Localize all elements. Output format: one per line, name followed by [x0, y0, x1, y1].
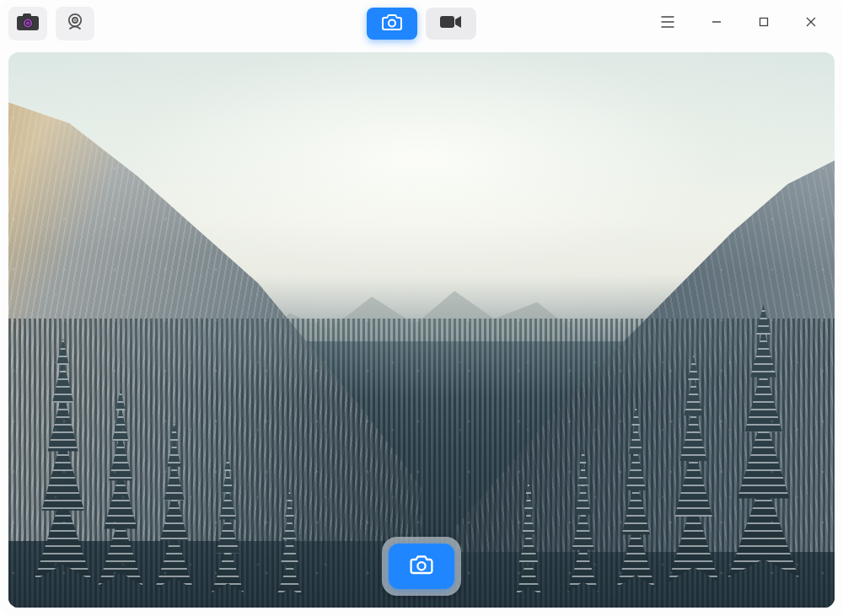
title-bar-right	[649, 7, 835, 40]
close-button[interactable]	[787, 7, 835, 40]
svg-point-17	[417, 562, 425, 570]
camera-icon	[382, 13, 402, 34]
maximize-button[interactable]	[740, 7, 787, 40]
video-icon	[439, 14, 463, 33]
menu-button[interactable]	[649, 7, 686, 40]
svg-point-8	[389, 20, 395, 27]
title-bar	[0, 0, 843, 47]
webcam-icon	[65, 12, 85, 35]
switch-camera-button[interactable]	[56, 7, 94, 40]
svg-point-4	[26, 21, 30, 24]
svg-rect-9	[440, 16, 454, 28]
minimize-icon	[711, 16, 722, 31]
camera-app-window	[0, 0, 843, 616]
mode-switch	[367, 8, 476, 40]
svg-rect-14	[760, 19, 768, 26]
shutter-container	[382, 537, 461, 596]
camera-app-icon	[16, 13, 40, 35]
minimize-button[interactable]	[693, 7, 740, 40]
camera-icon	[410, 554, 433, 578]
close-icon	[805, 16, 817, 31]
hamburger-icon	[661, 16, 674, 31]
svg-point-7	[74, 19, 76, 21]
maximize-icon	[758, 16, 770, 31]
camera-viewfinder[interactable]	[8, 52, 835, 608]
svg-rect-1	[23, 13, 31, 18]
video-mode-button[interactable]	[426, 8, 476, 40]
title-bar-left	[8, 7, 94, 40]
app-icon-button[interactable]	[8, 7, 47, 40]
shutter-button[interactable]	[389, 544, 454, 589]
photo-mode-button[interactable]	[367, 8, 417, 40]
